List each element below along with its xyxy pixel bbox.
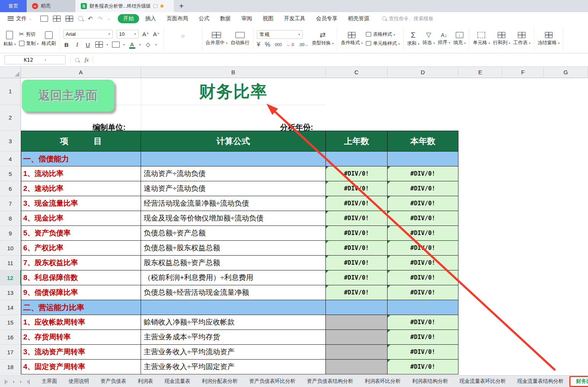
sheet-tab-financial-ratio-active[interactable]: 财务比率分析 <box>569 376 588 387</box>
insert-function-button[interactable]: fx <box>85 57 89 63</box>
formula-cell[interactable]: 负债总额÷股东权益总额 <box>141 241 326 256</box>
curr-year-cell[interactable]: #DIV/0! <box>388 345 458 360</box>
currency-icon[interactable]: ¥ <box>257 42 260 48</box>
tab-membership[interactable]: 会员专享 <box>311 15 342 22</box>
formula-cell[interactable]: （税前利润+利息费用）÷利息费用 <box>141 270 326 285</box>
section-row-cell[interactable]: 一、偿债能力 <box>21 152 141 166</box>
curr-year-cell[interactable]: #DIV/0! <box>388 211 458 226</box>
fill-button[interactable]: ↓ 填充 ▾ <box>453 32 466 46</box>
sheet-tab-income-mom[interactable]: 利润表环比分析 <box>359 376 407 387</box>
curr-year-cell[interactable]: #DIV/0! <box>388 315 458 330</box>
table-header-prev-year[interactable]: 上年数 <box>326 131 388 152</box>
row-header-18[interactable]: 18 <box>0 360 21 374</box>
align-bottom-icon[interactable] <box>181 35 185 38</box>
prev-year-cell-empty[interactable] <box>326 345 388 360</box>
table-header-item[interactable]: 项 目 <box>21 131 141 152</box>
italic-button[interactable]: I <box>74 42 81 48</box>
section-row-cell[interactable]: 二、营运能力比率 <box>21 300 141 315</box>
formula-cell[interactable]: 赊销收入净额÷平均应收帐款 <box>141 315 326 330</box>
formula-cell[interactable]: 现金及现金等价物仅增加额÷流动负债 <box>141 211 326 226</box>
last-sheet-icon[interactable]: ›| <box>27 379 30 384</box>
formula-cell[interactable]: 流动资产÷流动负债 <box>141 166 326 181</box>
column-header-f[interactable]: F <box>502 67 544 78</box>
decrease-indent-icon[interactable] <box>188 35 192 38</box>
row-header-17[interactable]: 17 <box>0 345 21 360</box>
font-color-icon[interactable]: A <box>129 42 136 48</box>
row-header-10[interactable]: 10 <box>0 241 21 256</box>
eraser-icon[interactable]: ◇ <box>145 41 152 48</box>
first-sheet-icon[interactable]: |‹ <box>5 379 8 384</box>
row-header-2[interactable]: 2 <box>0 105 21 131</box>
align-right-icon[interactable] <box>181 40 185 43</box>
tab-docer[interactable]: ❧ 稻壳 <box>27 0 75 12</box>
formula-input[interactable] <box>93 55 588 64</box>
decrease-font-icon[interactable]: A⁻ <box>153 31 160 38</box>
prev-sheet-icon[interactable]: ‹ <box>13 379 14 384</box>
table-header-formula[interactable]: 计算公式 <box>141 131 326 152</box>
increase-decimal-icon[interactable]: ←.0 <box>287 43 294 47</box>
sheet-tab-income-struct[interactable]: 利润表结构分析 <box>406 376 454 387</box>
justify-icon[interactable] <box>188 40 192 43</box>
back-to-main-button[interactable]: 返回主界面 <box>22 80 114 112</box>
tab-insert[interactable]: 插入 <box>141 15 160 22</box>
tab-home[interactable]: 首页 <box>0 0 27 12</box>
column-header-d[interactable]: D <box>388 67 458 78</box>
column-header-e[interactable]: E <box>458 67 502 78</box>
row-header-8[interactable]: 8 <box>0 211 21 226</box>
prev-year-cell[interactable]: #DIV/0! <box>326 270 388 285</box>
file-menu[interactable]: 文件 ⌄ <box>5 15 35 22</box>
formula-cell[interactable]: 负债总额÷资产总额 <box>141 226 326 241</box>
percent-icon[interactable]: % <box>265 42 270 48</box>
prev-year-cell[interactable]: #DIV/0! <box>326 166 388 181</box>
row-header-4[interactable]: 4 <box>0 152 21 166</box>
cells-button[interactable]: 单元格 ▾ <box>473 32 490 46</box>
sheet-tab-cashflow[interactable]: 现金流量表 <box>159 376 196 387</box>
align-middle-icon[interactable] <box>174 35 178 38</box>
tab-data[interactable]: 数据 <box>215 15 235 22</box>
formula-cell[interactable]: 速动资产÷流动负债 <box>141 181 326 196</box>
row-header-14[interactable]: 14 <box>0 300 21 315</box>
thousands-icon[interactable]: 000 <box>275 43 282 47</box>
prev-year-cell-empty[interactable] <box>326 330 388 345</box>
prev-year-cell[interactable]: #DIV/0! <box>326 211 388 226</box>
align-center-icon[interactable] <box>174 40 178 43</box>
merge-center-button[interactable]: 合并居中 ▾ <box>206 32 228 46</box>
formula-cell[interactable]: 经营活动现金流量净额÷流动负债 <box>141 196 326 211</box>
sheet-tab-cashflow-struct[interactable]: 现金流量表结构分析 <box>511 376 569 387</box>
print-icon[interactable] <box>66 16 73 22</box>
sheet-tab-balance[interactable]: 资产负债表 <box>95 376 132 387</box>
curr-year-cell[interactable]: #DIV/0! <box>388 285 458 300</box>
item-cell[interactable]: 5、资产负债率 <box>21 226 141 241</box>
tab-formulas[interactable]: 公式 <box>194 15 214 22</box>
copy-button[interactable]: 复制 ▾ <box>19 40 39 47</box>
sheet-tab-income[interactable]: 利润表 <box>132 376 159 387</box>
number-format-select[interactable]: 常规▾ <box>257 30 303 39</box>
prev-year-cell[interactable]: #DIV/0! <box>326 226 388 241</box>
increase-indent-icon[interactable] <box>195 35 199 38</box>
row-header-16[interactable]: 16 <box>0 330 21 345</box>
new-tab-button[interactable]: + <box>174 0 189 12</box>
prev-year-cell[interactable]: #DIV/0! <box>326 285 388 300</box>
item-cell[interactable]: 8、利息保障倍数 <box>21 270 141 285</box>
sheet-tab-balance-mom[interactable]: 资产负债表环比分析 <box>244 376 301 387</box>
sheet-tab-main[interactable]: 主界面 <box>36 376 63 387</box>
paste-button[interactable]: 粘贴 ▾ <box>3 31 16 47</box>
align-top-icon[interactable] <box>167 35 171 38</box>
sheet-tab-instructions[interactable]: 使用说明 <box>63 376 95 387</box>
export-icon[interactable] <box>53 16 61 22</box>
sum-button[interactable]: Σ 求和 ▾ <box>407 31 420 47</box>
font-name-select[interactable]: Arial▾ <box>63 30 113 38</box>
section-row-cell[interactable] <box>326 152 388 166</box>
item-cell[interactable]: 4、固定资产周转率 <box>21 360 141 374</box>
row-header-12-active[interactable]: 12 <box>0 270 21 285</box>
row-header-11[interactable]: 11 <box>0 256 21 270</box>
row-header-3[interactable]: 3 <box>0 131 21 152</box>
row-header-5[interactable]: 5 <box>0 166 21 181</box>
prev-year-cell[interactable]: #DIV/0! <box>326 196 388 211</box>
curr-year-cell[interactable]: #DIV/0! <box>388 181 458 196</box>
zoom-search-icon[interactable] <box>75 58 79 62</box>
increase-font-icon[interactable]: A⁺ <box>143 31 149 38</box>
prev-year-cell[interactable]: #DIV/0! <box>326 181 388 196</box>
borders-icon[interactable] <box>95 42 103 48</box>
prev-year-cell-empty[interactable] <box>326 315 388 330</box>
